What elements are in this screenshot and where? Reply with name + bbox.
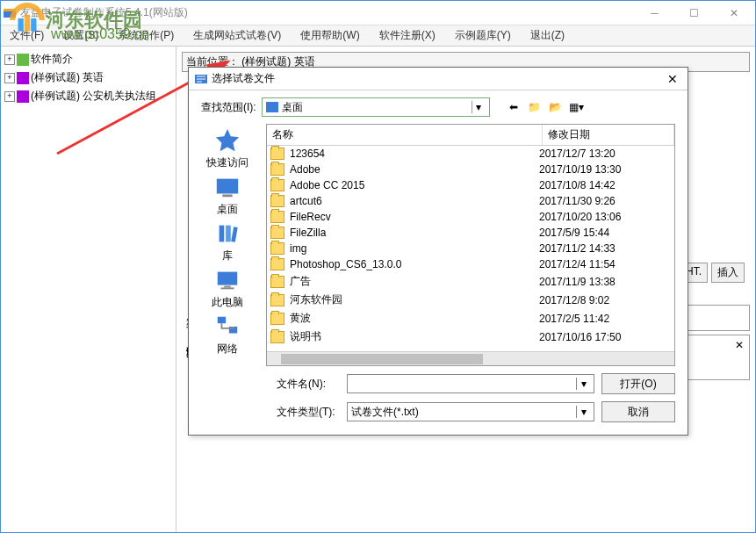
- star-icon: [213, 127, 241, 154]
- svg-rect-2: [25, 15, 30, 32]
- diamond-icon: [17, 90, 29, 103]
- file-name: artcut6: [290, 195, 539, 207]
- open-button[interactable]: 打开(O): [601, 373, 675, 394]
- minimize-button[interactable]: ─: [635, 2, 674, 25]
- tree-item-english[interactable]: + (样例试题) 英语: [4, 68, 172, 87]
- range-select[interactable]: 桌面 ▾: [262, 97, 490, 117]
- file-dialog: 选择试卷文件 ✕ 查找范围(I): 桌面 ▾ ⬅ 📁 📂 ▦▾ 快速访问 桌面: [188, 67, 688, 436]
- file-name: Adobe CC 2015: [290, 179, 539, 191]
- tree-label: (样例试题) 英语: [31, 70, 104, 85]
- svg-rect-11: [231, 227, 238, 241]
- file-name: 说明书: [290, 329, 539, 344]
- library-icon: [213, 220, 241, 247]
- file-date: 2017/10/16 17:50: [539, 331, 671, 343]
- dialog-close-icon[interactable]: ✕: [663, 72, 682, 86]
- file-row[interactable]: Adobe CC 20152017/10/8 14:42: [267, 177, 674, 193]
- file-row[interactable]: 1236542017/12/7 13:20: [267, 146, 674, 162]
- dialog-titlebar: 选择试卷文件 ✕: [189, 68, 688, 90]
- place-library[interactable]: 库: [213, 220, 241, 263]
- diamond-icon: [17, 72, 29, 84]
- expand-icon[interactable]: +: [4, 54, 15, 65]
- tree-panel: + 软件简介 + (样例试题) 英语 + (样例试题) 公安机关执法组: [1, 47, 176, 532]
- folder-icon: [270, 163, 284, 176]
- file-name: Photoshop_CS6_13.0.0: [290, 258, 539, 270]
- place-thispc[interactable]: 此电脑: [212, 267, 243, 310]
- up-folder-icon[interactable]: 📁: [527, 99, 543, 115]
- notes-close-icon[interactable]: ✕: [735, 339, 744, 351]
- folder-icon: [270, 294, 284, 306]
- file-row[interactable]: 说明书2017/10/16 17:50: [267, 328, 674, 346]
- file-row[interactable]: Photoshop_CS6_13.0.02017/12/4 11:54: [267, 256, 674, 272]
- file-date: 2017/11/30 9:26: [539, 195, 671, 207]
- menu-register[interactable]: 软件注册(X): [376, 26, 439, 45]
- menu-generate[interactable]: 生成网站式试卷(V): [190, 26, 284, 45]
- tree-item-police[interactable]: + (样例试题) 公安机关执法组: [4, 87, 172, 105]
- menu-exit[interactable]: 退出(Z): [527, 26, 568, 45]
- svg-rect-0: [18, 18, 24, 32]
- tree-label: 软件简介: [31, 52, 73, 67]
- menu-help[interactable]: 使用帮助(W): [297, 26, 363, 45]
- file-list: 名称 修改日期 1236542017/12/7 13:20Adobe2017/1…: [266, 124, 675, 366]
- chevron-down-icon[interactable]: ▾: [576, 406, 590, 418]
- file-row[interactable]: 黄波2017/2/5 11:42: [267, 309, 674, 328]
- file-name: Adobe: [290, 163, 539, 176]
- chevron-down-icon[interactable]: ▾: [576, 378, 590, 390]
- network-icon: [213, 313, 241, 340]
- tree-label: (样例试题) 公安机关执法组: [31, 89, 156, 104]
- file-row[interactable]: 广告2017/11/9 13:38: [267, 272, 674, 291]
- svg-rect-1: [31, 18, 36, 32]
- watermark-logo-icon: [9, 2, 46, 39]
- book-icon: [17, 54, 29, 66]
- folder-icon: [270, 195, 284, 207]
- file-name: 123654: [290, 148, 539, 160]
- expand-icon[interactable]: +: [4, 73, 15, 83]
- close-button[interactable]: ✕: [714, 2, 753, 25]
- filename-input[interactable]: ▾: [347, 374, 594, 393]
- new-folder-icon[interactable]: 📂: [548, 99, 564, 115]
- location-prefix: 当前位置：: [186, 55, 239, 68]
- file-name: img: [290, 242, 539, 255]
- svg-rect-13: [224, 286, 231, 288]
- file-row[interactable]: FileZilla2017/5/9 15:44: [267, 225, 674, 241]
- place-label: 桌面: [217, 202, 238, 217]
- place-desktop[interactable]: 桌面: [213, 174, 241, 217]
- insert-button[interactable]: 插入: [711, 263, 745, 283]
- file-row[interactable]: FileRecv2017/10/20 13:06: [267, 209, 674, 225]
- svg-rect-7: [217, 179, 238, 194]
- folder-icon: [270, 313, 284, 325]
- file-date: 2017/10/20 13:06: [539, 211, 671, 223]
- file-date: 2017/12/8 9:02: [539, 294, 671, 306]
- menu-examples[interactable]: 示例题库(Y): [451, 26, 515, 45]
- back-icon[interactable]: ⬅: [506, 99, 522, 115]
- desktop-icon: [213, 174, 241, 200]
- place-label: 此电脑: [212, 295, 243, 310]
- folder-icon: [270, 242, 284, 255]
- file-row[interactable]: img2017/11/2 14:33: [267, 241, 674, 256]
- chevron-down-icon[interactable]: ▾: [472, 101, 486, 113]
- filetype-select[interactable]: 试卷文件(*.txt) ▾: [347, 402, 594, 421]
- file-date: 2017/2/5 11:42: [539, 313, 671, 325]
- h-scrollbar[interactable]: [267, 351, 674, 365]
- scrollbar-thumb[interactable]: [281, 354, 483, 364]
- maximize-button[interactable]: ☐: [674, 2, 714, 25]
- file-row[interactable]: artcut62017/11/30 9:26: [267, 193, 674, 209]
- cancel-button[interactable]: 取消: [601, 401, 675, 422]
- expand-icon[interactable]: +: [4, 91, 15, 102]
- folder-icon: [270, 179, 284, 191]
- place-quick[interactable]: 快速访问: [206, 127, 248, 170]
- file-name: 黄波: [290, 311, 539, 326]
- place-label: 网络: [217, 342, 238, 357]
- svg-rect-14: [221, 287, 234, 289]
- tree-item-intro[interactable]: + 软件简介: [4, 50, 172, 68]
- file-row[interactable]: Adobe2017/10/19 13:30: [267, 162, 674, 177]
- folder-icon: [270, 227, 284, 239]
- view-menu-icon[interactable]: ▦▾: [569, 99, 585, 115]
- col-date[interactable]: 修改日期: [543, 125, 674, 145]
- col-name[interactable]: 名称: [267, 125, 543, 145]
- file-name: 广告: [290, 274, 539, 289]
- file-row[interactable]: 河东软件园2017/12/8 9:02: [267, 291, 674, 309]
- dialog-icon: [194, 72, 208, 86]
- svg-rect-15: [218, 317, 226, 324]
- place-network[interactable]: 网络: [213, 313, 241, 357]
- watermark: 河东软件园: [9, 2, 142, 39]
